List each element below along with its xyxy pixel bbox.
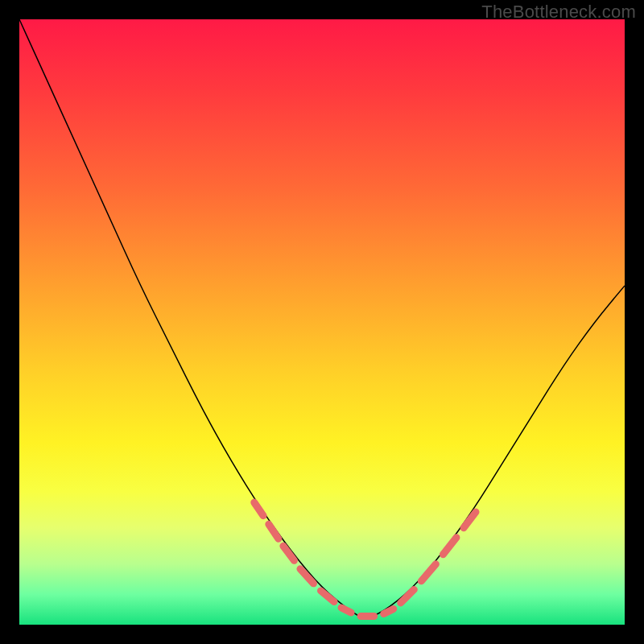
bottleneck-curve — [19, 19, 625, 617]
dash-segment — [384, 609, 394, 613]
dash-segment — [269, 524, 279, 539]
dash-segment — [401, 589, 415, 603]
dash-segment — [443, 538, 456, 555]
chart-area — [19, 19, 625, 625]
dash-segment — [464, 512, 476, 528]
dash-segment — [320, 591, 334, 602]
dash-segment — [283, 546, 295, 560]
bottleneck-plot — [19, 19, 625, 625]
dash-segment — [421, 564, 436, 581]
dash-segment — [341, 608, 351, 613]
watermark-text: TheBottleneck.com — [481, 2, 636, 23]
dash-segment — [254, 502, 263, 516]
optimal-range-dashes — [254, 502, 476, 616]
dash-segment — [300, 569, 314, 584]
